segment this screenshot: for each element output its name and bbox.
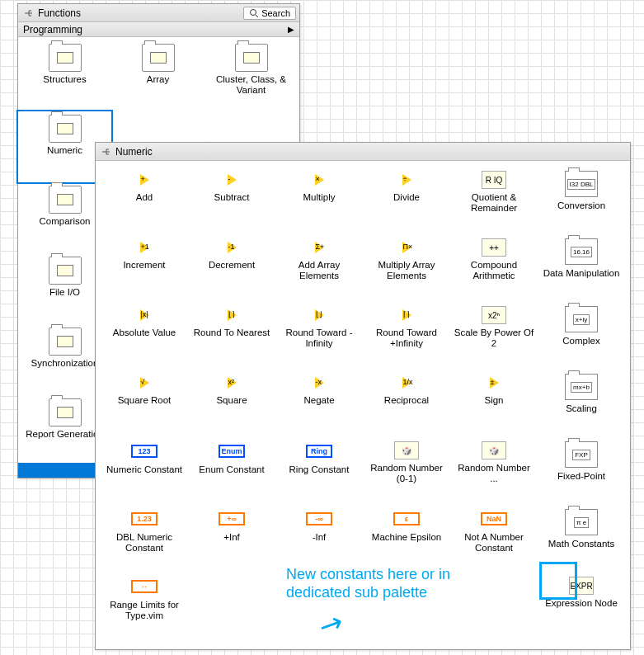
numeric-item-icon: ε <box>393 512 420 525</box>
functions-item-label: Numeric <box>47 145 82 156</box>
functions-item-label: File I/O <box>49 287 80 298</box>
numeric-item-icon: 123 <box>131 445 157 458</box>
numeric-item-scale-by-power-of-2[interactable]: x2ⁿScale By Power Of 2 <box>450 304 538 372</box>
numeric-item-divide[interactable]: Divide <box>363 169 450 237</box>
numeric-item-icon <box>402 174 411 186</box>
numeric-item-label: Decrement <box>209 260 255 271</box>
functions-item-array[interactable]: Array <box>111 40 204 111</box>
numeric-item-increment[interactable]: Increment <box>101 237 188 304</box>
numeric-item-label: Conversion <box>557 200 605 211</box>
numeric-item-sign[interactable]: Sign <box>450 372 538 440</box>
palette-folder-icon <box>49 328 82 356</box>
numeric-item-multiply[interactable]: Multiply <box>275 169 363 237</box>
numeric-item-icon <box>140 377 149 389</box>
functions-item-cluster-class-variant[interactable]: Cluster, Class, & Variant <box>204 40 298 111</box>
numeric-item-add[interactable]: Add <box>101 169 188 237</box>
numeric-item-negate[interactable]: Negate <box>275 372 363 440</box>
numeric-item-multiply-array-elements[interactable]: Multiply Array Elements <box>363 237 450 304</box>
numeric-item-quotient-remainder[interactable]: R IQQuotient & Remainder <box>450 169 538 237</box>
palette-folder-icon <box>49 398 82 426</box>
numeric-item-decrement[interactable]: Decrement <box>188 237 275 304</box>
numeric-item-icon <box>315 377 324 389</box>
pin-icon[interactable] <box>99 145 112 158</box>
numeric-item-label: Reciprocal <box>384 395 429 406</box>
numeric-item-label: Numeric Constant <box>106 464 182 475</box>
numeric-item-scaling[interactable]: mx+bScaling <box>538 372 625 440</box>
numeric-item-compound-arithmetic[interactable]: ++Compound Arithmetic <box>450 237 538 304</box>
palette-folder-icon <box>49 115 82 143</box>
numeric-item-icon: R IQ <box>482 171 506 189</box>
numeric-item-label: Round Toward -Infinity <box>278 328 360 349</box>
numeric-item-icon <box>490 377 499 389</box>
palette-folder-icon <box>49 44 82 72</box>
numeric-item-label: -Inf <box>313 532 327 543</box>
numeric-item-random-number-[interactable]: 🎲Random Number ... <box>450 440 538 507</box>
search-button[interactable]: Search <box>243 7 296 20</box>
numeric-item-random-number-0-1-[interactable]: 🎲Random Number (0-1) <box>363 440 450 507</box>
functions-subheader[interactable]: Programming ▶ <box>18 22 299 37</box>
numeric-item-label: Round Toward +Infinity <box>365 328 448 349</box>
numeric-item-numeric-constant[interactable]: 123Numeric Constant <box>101 440 188 507</box>
numeric-item-label: Random Number ... <box>453 463 535 484</box>
numeric-item-icon <box>140 242 149 253</box>
numeric-header: Numeric <box>96 143 630 161</box>
numeric-item-label: Round To Nearest <box>194 328 270 338</box>
numeric-item-icon <box>315 309 324 321</box>
numeric-item-round-toward-infinity[interactable]: Round Toward +Infinity <box>363 304 450 372</box>
palette-folder-icon <box>49 257 82 285</box>
functions-item-structures[interactable]: Structures <box>18 40 111 111</box>
numeric-item-round-to-nearest[interactable]: Round To Nearest <box>188 304 275 372</box>
numeric-item-icon <box>228 174 237 186</box>
numeric-item-label: DBL Numeric Constant <box>103 532 186 554</box>
numeric-item-not-a-number-constant[interactable]: NaNNot A Number Constant <box>450 507 538 575</box>
numeric-item-icon <box>402 377 411 389</box>
numeric-item-reciprocal[interactable]: Reciprocal <box>363 372 450 440</box>
numeric-item-blank <box>188 575 275 643</box>
numeric-item-label: Square <box>216 395 247 406</box>
numeric-item-label: Divide <box>393 192 420 203</box>
numeric-item-ring-constant[interactable]: RingRing Constant <box>275 440 363 507</box>
numeric-item-icon: Enum <box>219 445 245 458</box>
numeric-item-label: Not A Number Constant <box>453 532 535 554</box>
numeric-item-fixed-point[interactable]: FXPFixed-Point <box>538 440 625 507</box>
numeric-item-add-array-elements[interactable]: Add Array Elements <box>275 237 363 304</box>
numeric-item-icon: x+iy <box>565 306 598 332</box>
numeric-item-label: Scaling <box>566 403 597 414</box>
palette-folder-icon <box>235 44 268 72</box>
numeric-item-label: Complex <box>562 336 599 346</box>
numeric-item-dbl-numeric-constant[interactable]: 1.23DBL Numeric Constant <box>101 507 188 575</box>
numeric-item-label: Random Number (0-1) <box>365 463 448 484</box>
numeric-item-complex[interactable]: x+iyComplex <box>538 304 625 372</box>
numeric-item-icon: mx+b <box>565 374 598 400</box>
numeric-item-label: Ring Constant <box>289 464 350 475</box>
functions-header: Functions Search <box>18 4 299 22</box>
numeric-item-conversion[interactable]: I32 DBLConversion <box>538 169 625 237</box>
numeric-item-enum-constant[interactable]: EnumEnum Constant <box>188 440 275 507</box>
numeric-item-icon: ↔ <box>131 580 157 593</box>
numeric-item-icon <box>315 174 324 186</box>
numeric-item-square-root[interactable]: Square Root <box>101 372 188 440</box>
numeric-item-icon <box>315 242 324 253</box>
numeric-item-icon: ++ <box>482 238 506 257</box>
numeric-item-range-limits-for-type-vim[interactable]: ↔Range Limits for Type.vim <box>101 575 188 643</box>
svg-line-1 <box>256 15 258 17</box>
numeric-item-label: Compound Arithmetic <box>453 260 535 281</box>
numeric-item-icon: 🎲 <box>394 441 419 459</box>
numeric-item-icon: 🎲 <box>482 441 506 459</box>
numeric-item-label: Sign <box>484 395 503 406</box>
annotation-text: New constants here or in dedicated sub p… <box>286 565 450 601</box>
numeric-item-label: Add <box>136 192 153 203</box>
numeric-item-absolute-value[interactable]: Absolute Value <box>101 304 188 372</box>
numeric-item-icon: 1.23 <box>131 512 157 525</box>
numeric-item--inf[interactable]: +∞+Inf <box>188 507 275 575</box>
numeric-item-data-manipulation[interactable]: 16.16Data Manipulation <box>538 237 625 304</box>
numeric-item-square[interactable]: Square <box>188 372 275 440</box>
numeric-item-icon: 16.16 <box>565 238 598 265</box>
numeric-item-label: Subtract <box>214 192 250 203</box>
numeric-item-round-toward-infinity[interactable]: Round Toward -Infinity <box>275 304 363 372</box>
search-label: Search <box>261 8 290 18</box>
pin-icon[interactable] <box>21 7 35 20</box>
numeric-item-blank <box>450 575 538 643</box>
numeric-item-label: Data Manipulation <box>543 268 620 279</box>
numeric-item-subtract[interactable]: Subtract <box>188 169 275 237</box>
